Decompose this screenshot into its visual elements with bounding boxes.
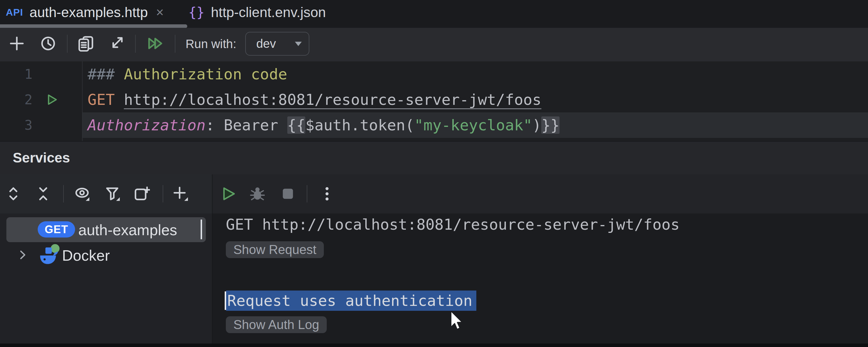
request-url-link[interactable]: http://localhost:8081/resource-server-jw… [124, 91, 541, 108]
bug-icon [249, 186, 266, 202]
run-all-requests-button[interactable] [146, 35, 163, 51]
run-all-icon [146, 35, 163, 51]
rerun-request-button[interactable] [220, 186, 237, 202]
filter-funnel-icon [104, 186, 121, 202]
template-close-braces: }} [541, 116, 560, 134]
line-number: 3 [0, 112, 32, 138]
auth-token-expression: $auth.token( [305, 116, 414, 134]
stop-icon [280, 186, 296, 202]
show-request-button[interactable]: Show Request [226, 241, 324, 258]
add-request-button[interactable] [9, 35, 25, 51]
http-editor-toolbar [0, 28, 868, 61]
tab-auth-examples-http[interactable]: API auth-examples.http × [6, 0, 164, 24]
toolbar-separator [63, 185, 64, 203]
keycloak-string-arg: "my-keycloak" [414, 116, 532, 134]
import-arrow-icon [108, 35, 124, 51]
rename-text-caret [200, 219, 202, 239]
run-request-gutter-button[interactable] [45, 93, 59, 106]
toolbar-separator [163, 185, 163, 203]
auth-scheme: Bearer [224, 116, 287, 134]
show-request-button-wrap: Show Request [226, 241, 324, 258]
eye-icon [74, 186, 90, 202]
run-icon [220, 186, 237, 202]
view-options-button[interactable] [74, 186, 90, 202]
window-bottom-edge [0, 344, 868, 347]
template-open-braces: {{ [287, 116, 306, 134]
auth-message: Request uses authentication [227, 292, 472, 309]
json-file-icon: {} [188, 4, 205, 20]
expand-docker-chevron[interactable] [16, 248, 29, 261]
toolbar-separator [175, 35, 176, 53]
mouse-cursor [449, 311, 463, 332]
chevron-right-icon [16, 248, 29, 261]
run-with-label: Run with: [186, 37, 236, 51]
tree-item-docker[interactable] [37, 243, 61, 267]
panel-divider[interactable] [212, 174, 213, 344]
open-in-new-tab-button[interactable] [134, 186, 150, 202]
tree-item-label: auth-examples [78, 221, 177, 239]
services-console-toolbar [213, 174, 868, 213]
plus-icon [9, 35, 25, 51]
code-line-2: GET http://localhost:8081/resource-serve… [88, 87, 541, 112]
header-separator: : [206, 116, 224, 134]
code-line-1: ### Authorization code [88, 61, 287, 87]
selected-console-text: Request uses authentication [226, 290, 476, 311]
console-text-caret [225, 291, 226, 310]
console-request-line: GET http://localhost:8081/resource-serve… [226, 216, 680, 233]
ide-window: API auth-examples.http × {} http-client.… [0, 0, 868, 347]
expand-all-button[interactable] [5, 186, 22, 202]
close-tab-icon[interactable]: × [156, 4, 164, 20]
history-clock-icon [40, 35, 56, 51]
tab-http-client-env-json[interactable]: {} http-client.env.json [188, 0, 326, 24]
open-new-tab-icon [134, 186, 150, 202]
environment-value: dev [256, 37, 276, 51]
comment-marks: ### [88, 65, 124, 83]
collapse-all-button[interactable] [35, 186, 51, 202]
stop-button-disabled [280, 186, 296, 202]
chevron-down-icon [295, 42, 302, 46]
add-service-button[interactable] [173, 186, 189, 202]
header-name: Authorization [88, 116, 206, 134]
unfold-icon [5, 186, 22, 202]
convert-import-button[interactable] [108, 35, 124, 51]
environment-selector[interactable]: dev [245, 32, 309, 56]
method-badge: GET [38, 221, 75, 238]
http-method: GET [88, 91, 124, 108]
line-number: 2 [0, 87, 32, 112]
fold-icon [35, 186, 51, 202]
copy-examples-icon [78, 35, 94, 51]
debug-button-disabled [249, 186, 266, 202]
run-icon [45, 93, 59, 106]
method-badge-label: GET [44, 223, 68, 236]
tree-item-label: Docker [62, 247, 110, 264]
line-number: 1 [0, 61, 32, 87]
kebab-menu-icon [319, 186, 335, 202]
show-auth-log-button[interactable]: Show Auth Log [226, 316, 327, 333]
request-history-button[interactable] [40, 35, 56, 51]
toolbar-separator [307, 185, 307, 203]
docker-icon [37, 243, 61, 267]
services-panel-title: Services [13, 141, 70, 174]
toolbar-separator [67, 35, 67, 53]
filter-button[interactable] [104, 186, 121, 202]
http-file-icon: API [6, 7, 23, 18]
closing-paren: ) [532, 116, 541, 134]
services-panel-header [0, 141, 868, 174]
plus-dropdown-icon [173, 186, 189, 202]
tab-label: http-client.env.json [211, 4, 326, 20]
code-line-3: Authorization: Bearer {{$auth.token("my-… [88, 112, 560, 138]
show-auth-log-button-wrap: Show Auth Log [226, 316, 327, 333]
toolbar-separator [135, 35, 136, 53]
examples-button[interactable] [78, 35, 94, 51]
gutter-separator [82, 61, 83, 141]
request-title: Authorization code [124, 65, 287, 83]
tab-label: auth-examples.http [30, 4, 148, 20]
more-options-button[interactable] [319, 186, 335, 202]
